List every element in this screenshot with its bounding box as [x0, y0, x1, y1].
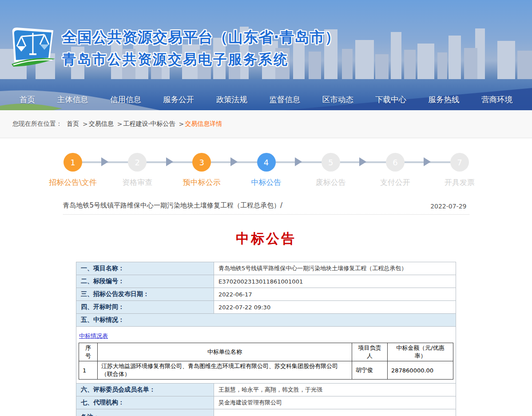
step-1-circle[interactable]: 1 [64, 153, 82, 172]
col-seq-header: 序号 [79, 343, 98, 361]
committee-value: 王新慧，哈永平，高翔，韩文胜，于光强 [214, 384, 456, 396]
step-6-payment: 6 支付公开 [386, 153, 405, 188]
step-4-award-notice[interactable]: 4 中标公告 [257, 153, 276, 188]
committee-label: 六、评标委员会成员名单： [76, 384, 214, 396]
breadcrumb-separator: > [117, 120, 123, 128]
table-row: 四、开标时间： 2022-07-22 09:30 [76, 301, 456, 314]
breadcrumb: 您现在所在位置： 首页 > 交易信息 > 工程建设-中标公告 > 交易信息详情 [0, 110, 532, 138]
step-5-circle: 5 [322, 153, 340, 172]
site-title-national: 全国公共资源交易平台（山东省·青岛市） [62, 28, 340, 48]
site-header: 全国公共资源交易平台（山东省·青岛市） 青岛市公共资源交易电子服务系统 首页 主… [0, 0, 532, 110]
step-arrow-icon [405, 153, 450, 172]
step-5-cancel-notice: 5 废标公告 [322, 153, 340, 188]
process-steps: 1 招标公告\文件 2 资格审查 3 预中标公示 4 中标公告 5 废标公告 6… [0, 153, 532, 188]
site-logo[interactable] [10, 25, 58, 72]
nav-item-business-environment[interactable]: 营商环境 [481, 94, 512, 105]
step-6-circle: 6 [386, 153, 405, 172]
breadcrumb-current: 交易信息详情 [185, 120, 222, 128]
table-row: 三、招标公告发布日期： 2022-06-17 [76, 288, 456, 301]
remark-value [214, 409, 456, 416]
step-6-label: 支付公开 [380, 177, 410, 188]
page-title: 中标公告 [0, 230, 532, 248]
bid-open-time-label: 四、开标时间： [76, 301, 214, 314]
table-row: 六、评标委员会成员名单： 王新慧，哈永平，高翔，韩文胜，于光强 [76, 384, 456, 396]
col-winner-header: 中标单位名称 [98, 343, 352, 361]
step-arrow-icon [276, 153, 322, 172]
award-table-link[interactable]: 中标情况表 [79, 332, 108, 340]
announcement-table: 一、项目名称： 青岛地铁5号线镇平路维保中心一期污染地块土壤修复工程（工程总承包… [76, 262, 456, 416]
breadcrumb-home[interactable]: 首页 [67, 120, 79, 128]
notice-date-value: 2022-06-17 [214, 288, 456, 301]
step-arrow-icon [340, 153, 386, 172]
nav-item-district-news[interactable]: 区市动态 [322, 94, 353, 105]
table-row: 二、标段编号： E3702002313011861001001 [76, 275, 456, 288]
nav-item-service-disclosure[interactable]: 服务公开 [163, 94, 194, 105]
section-no-value: E3702002313011861001001 [214, 275, 456, 288]
table-row: 1 江苏大地益源环境修复有限公司、青岛图维生态环境工程有限公司、苏交科集团股份有… [79, 361, 453, 380]
nav-item-subject-info[interactable]: 主体信息 [57, 94, 88, 105]
col-manager-header: 项目负责人 [352, 343, 388, 361]
step-arrow-icon [147, 153, 192, 172]
nav-item-home[interactable]: 首页 [20, 94, 35, 105]
nav-item-supervision[interactable]: 监督信息 [269, 94, 300, 105]
step-2-circle: 2 [128, 153, 147, 172]
manager-value: 胡宁俊 [352, 361, 388, 380]
breadcrumb-separator: > [83, 120, 88, 128]
project-name-label: 一、项目名称： [76, 262, 214, 275]
table-row: 中标情况表 序号 中标单位名称 项目负责人 中标金额（元/优惠率） 1 江苏大地… [76, 327, 456, 384]
step-arrow-icon [82, 153, 128, 172]
breadcrumb-trade-info[interactable]: 交易信息 [89, 120, 114, 128]
table-row: 备注： [76, 409, 456, 416]
col-amount-header: 中标金额（元/优惠率） [388, 343, 453, 361]
step-arrow-icon [211, 153, 257, 172]
bid-open-time-value: 2022-07-22 09:30 [214, 301, 456, 314]
breadcrumb-award-notices[interactable]: 工程建设-中标公告 [123, 120, 175, 128]
table-header-row: 序号 中标单位名称 项目负责人 中标金额（元/优惠率） [79, 343, 453, 361]
project-header-row: 青岛地铁5号线镇平路维保中心一期污染地块土壤修复工程（工程总承包）/ 2022-… [63, 201, 469, 215]
step-4-circle[interactable]: 4 [257, 153, 276, 172]
table-row: 一、项目名称： 青岛地铁5号线镇平路维保中心一期污染地块土壤修复工程（工程总承包… [76, 262, 456, 275]
step-3-label: 预中标公示 [183, 177, 221, 188]
step-7-label: 开具发票 [445, 177, 475, 188]
project-date: 2022-07-29 [430, 203, 469, 210]
step-2-qualification: 2 资格审查 [128, 153, 147, 188]
nav-item-service-hotline[interactable]: 服务热线 [429, 94, 460, 105]
breadcrumb-prefix: 您现在所在位置： [12, 120, 62, 128]
step-2-label: 资格审查 [122, 177, 152, 188]
nav-item-credit-info[interactable]: 信用信息 [110, 94, 141, 105]
agency-label: 七、代理机构： [76, 396, 214, 409]
step-1-label: 招标公告\文件 [49, 177, 97, 188]
brand: 全国公共资源交易平台（山东省·青岛市） 青岛市公共资源交易电子服务系统 [10, 25, 340, 72]
agency-value: 昊金海建设管理有限公司 [214, 396, 456, 409]
award-inner-table: 序号 中标单位名称 项目负责人 中标金额（元/优惠率） 1 江苏大地益源环境修复… [79, 343, 453, 380]
nav-item-download-center[interactable]: 下载中心 [375, 94, 406, 105]
award-info-label: 五、中标情况： [76, 314, 456, 327]
step-3-pre-award[interactable]: 3 预中标公示 [192, 153, 211, 188]
step-7-circle: 7 [450, 153, 469, 172]
step-3-circle[interactable]: 3 [192, 153, 211, 172]
step-4-label: 中标公告 [251, 177, 282, 188]
project-title: 青岛地铁5号线镇平路维保中心一期污染地块土壤修复工程（工程总承包）/ [63, 201, 283, 210]
table-row: 五、中标情况： [76, 314, 456, 327]
site-title-city: 青岛市公共资源交易电子服务系统 [62, 50, 340, 69]
notice-date-label: 三、招标公告发布日期： [76, 288, 214, 301]
winner-value: 江苏大地益源环境修复有限公司、青岛图维生态环境工程有限公司、苏交科集团股份有限公… [98, 361, 352, 380]
nav-item-policies[interactable]: 政策法规 [216, 94, 247, 105]
award-detail-cell: 中标情况表 序号 中标单位名称 项目负责人 中标金额（元/优惠率） 1 江苏大地… [76, 327, 456, 384]
seq-value: 1 [79, 361, 98, 380]
section-no-label: 二、标段编号： [76, 275, 214, 288]
breadcrumb-separator: > [179, 120, 184, 128]
table-row: 七、代理机构： 昊金海建设管理有限公司 [76, 396, 456, 409]
step-7-invoice: 7 开具发票 [450, 153, 469, 188]
step-5-label: 废标公告 [316, 177, 346, 188]
remark-label: 备注： [76, 409, 214, 416]
amount-value: 287860000.00 [388, 361, 453, 380]
brand-titles: 全国公共资源交易平台（山东省·青岛市） 青岛市公共资源交易电子服务系统 [62, 25, 340, 69]
project-name-value: 青岛地铁5号线镇平路维保中心一期污染地块土壤修复工程（工程总承包） [214, 262, 456, 275]
step-1-bid-notice[interactable]: 1 招标公告\文件 [64, 153, 82, 188]
main-nav: 首页 主体信息 信用信息 服务公开 政策法规 监督信息 区市动态 下载中心 服务… [0, 94, 532, 105]
